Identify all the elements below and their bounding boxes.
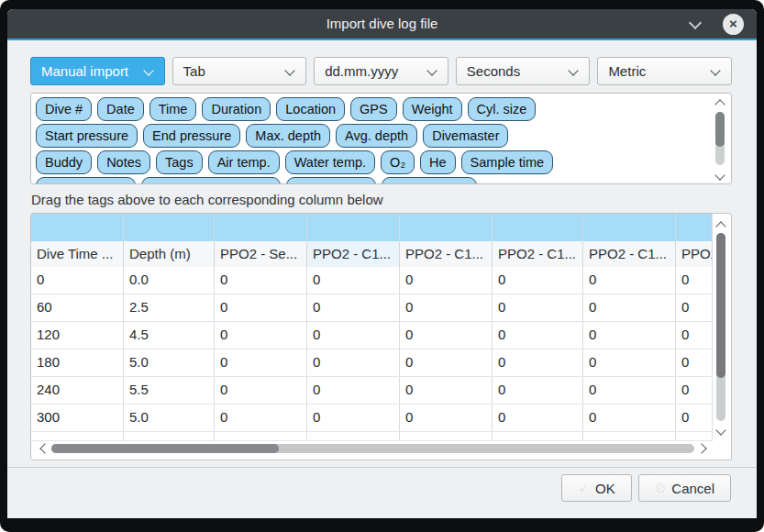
table-cell: 2.5 (124, 294, 215, 321)
table-cell: 0 (400, 405, 493, 431)
table-cell: 5.0 (124, 405, 215, 431)
table-row: 1204.5000000 (31, 322, 713, 349)
tag-chip[interactable]: GPS (350, 97, 397, 121)
column-header[interactable]: PPO2 - C1... (400, 241, 493, 267)
column-header[interactable]: PPO2 (676, 241, 713, 267)
table-cell: 0 (676, 405, 713, 431)
table-cell: 0.0 (124, 267, 215, 294)
chevron-down-icon (569, 67, 577, 75)
column-header[interactable]: PPO2 - C1... (307, 241, 400, 267)
tag-chip[interactable]: Dive # (36, 97, 92, 121)
tag-chip[interactable]: End pressure (143, 124, 240, 148)
scrollbar-thumb[interactable] (51, 444, 279, 453)
column-header[interactable]: PPO2 - Se... (215, 241, 307, 267)
tag-chip[interactable]: Sample CNS (382, 177, 477, 184)
tag-chip[interactable]: Air temp. (208, 150, 280, 174)
column-header[interactable]: Dive Time ... (31, 241, 124, 267)
date-format-select[interactable]: dd.mm.yyyy (314, 57, 448, 85)
table-cell: 0 (583, 267, 676, 294)
ok-button-label: OK (595, 481, 615, 496)
titlebar[interactable]: Import dive log file × (7, 9, 757, 39)
import-dive-log-dialog: Import dive log file × Manual import Tab… (7, 9, 757, 518)
tag-chip[interactable]: Start pressure (36, 124, 138, 148)
chevron-down-icon (285, 67, 293, 75)
tag-chip[interactable]: Tags (156, 150, 203, 174)
tag-row: BuddyNotesTagsAir temp.Water temp.O₂HeSa… (36, 150, 707, 174)
tag-chip[interactable]: Sample pO₂ (286, 177, 376, 184)
chevron-left-icon[interactable] (39, 445, 46, 452)
table-horizontal-scrollbar[interactable] (33, 439, 709, 458)
drop-target-cell[interactable] (583, 214, 676, 241)
chevron-down-icon[interactable] (717, 427, 725, 434)
table-cell: 0 (493, 294, 583, 321)
table-row: 2405.5000000 (31, 377, 713, 405)
table-cell: 120 (31, 322, 124, 349)
table-cell: 0 (583, 349, 676, 376)
tag-chip[interactable]: He (420, 150, 456, 174)
tag-chip[interactable]: Weight (403, 97, 462, 121)
tag-chip[interactable]: Time (149, 97, 197, 121)
table-body: 00.0000000602.50000001204.50000001805.00… (31, 267, 713, 441)
drop-target-cell[interactable] (493, 214, 583, 241)
footer-separator (7, 467, 757, 468)
scrollbar-thumb[interactable] (716, 233, 725, 378)
drop-target-cell[interactable] (676, 214, 713, 241)
tag-chip[interactable]: Divemaster (423, 124, 508, 148)
tag-chip[interactable]: Cyl. size (468, 97, 537, 121)
table-cell: 0 (307, 267, 400, 294)
drop-target-cell[interactable] (400, 214, 493, 241)
tag-chip[interactable]: Sample time (461, 150, 554, 174)
drop-target-cell[interactable] (307, 214, 400, 241)
drop-target-cell[interactable] (124, 214, 215, 241)
tag-chip[interactable]: Sample depth (36, 177, 136, 184)
chevron-up-icon[interactable] (716, 98, 724, 105)
chevron-down-icon[interactable] (690, 18, 700, 28)
tag-row: Sample depthSample temperatureSample pO₂… (36, 177, 707, 184)
table-cell: 180 (31, 349, 124, 376)
table-cell: 0 (493, 349, 583, 376)
tag-chip[interactable]: Sample temperature (141, 177, 280, 184)
table-vertical-scrollbar[interactable] (713, 215, 729, 438)
units-select[interactable]: Metric (597, 57, 732, 85)
tag-chip[interactable]: Buddy (36, 150, 92, 174)
tags-scrollbar[interactable] (713, 96, 727, 181)
tag-chip[interactable]: Avg. depth (336, 124, 417, 148)
column-header[interactable]: Depth (m) (124, 241, 215, 267)
tag-chip[interactable]: Duration (202, 97, 271, 121)
tag-chip[interactable]: Notes (97, 150, 150, 174)
table-cell: 0 (676, 349, 713, 376)
column-header[interactable]: PPO2 - C1... (583, 241, 676, 267)
column-header[interactable]: PPO2 - C1... (493, 241, 583, 267)
tag-chip[interactable]: Water temp. (285, 150, 375, 174)
ok-button[interactable]: ✓ OK (561, 474, 631, 502)
table-cell: 0 (676, 294, 713, 321)
date-format-value: dd.mm.yyyy (325, 63, 398, 79)
drag-instruction-label: Drag the tags above to each correspondin… (31, 192, 383, 207)
table-cell: 60 (31, 294, 124, 321)
chevron-right-icon[interactable] (698, 445, 705, 452)
cancel-button[interactable]: ⊘ Cancel (638, 474, 731, 502)
field-separator-select[interactable]: Tab (172, 57, 307, 85)
drop-target-cell[interactable] (215, 214, 307, 241)
units-value: Metric (608, 63, 646, 79)
drop-target-row (31, 214, 713, 241)
table-cell: 0 (307, 294, 400, 321)
close-button[interactable]: × (723, 14, 744, 35)
table-cell: 0 (400, 377, 493, 404)
table-cell: 0 (583, 294, 676, 321)
window-frame: Import dive log file × Manual import Tab… (0, 0, 764, 532)
drop-target-cell[interactable] (31, 214, 124, 241)
tag-chip[interactable]: Date (97, 97, 144, 121)
chevron-down-icon[interactable] (716, 172, 724, 179)
tag-chip[interactable]: O₂ (381, 150, 415, 174)
import-mode-select[interactable]: Manual import (30, 57, 165, 85)
duration-format-select[interactable]: Seconds (456, 57, 591, 85)
field-separator-value: Tab (183, 63, 205, 79)
tag-row: Dive #DateTimeDurationLocationGPSWeightC… (36, 97, 707, 121)
table-cell: 0 (676, 267, 713, 294)
scrollbar-thumb[interactable] (715, 112, 725, 147)
chevron-up-icon[interactable] (717, 220, 725, 227)
table-cell: 0 (400, 322, 493, 349)
tag-chip[interactable]: Max. depth (246, 124, 330, 148)
tag-chip[interactable]: Location (276, 97, 345, 121)
